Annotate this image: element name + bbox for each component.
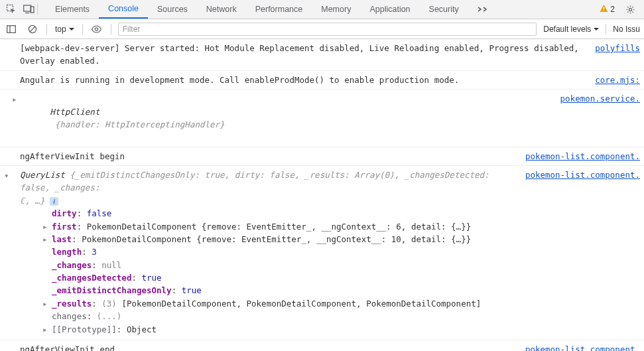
console-toolbar: top Default levels No Issu (0, 19, 644, 39)
issues-label[interactable]: No Issu (613, 25, 640, 34)
inspect-element-icon[interactable] (3, 0, 20, 19)
divider (82, 24, 83, 35)
tab-elements[interactable]: Elements (46, 0, 99, 19)
chevron-down-icon (69, 27, 74, 32)
context-selector[interactable]: top (54, 25, 76, 34)
toggle-sidebar-icon[interactable] (4, 22, 19, 36)
devtools-tabbar: Elements Console Sources Network Perform… (0, 0, 644, 19)
expand-arrow-icon[interactable]: ▸ (42, 323, 48, 336)
svg-rect-1 (23, 5, 31, 11)
log-message: ngAfterViewInit begin (20, 150, 517, 163)
object-property: dirty: false (52, 207, 640, 220)
divider (37, 4, 38, 15)
object-property: changes: (...) (52, 310, 640, 322)
expand-arrow-icon[interactable]: ▸ (12, 93, 20, 105)
clear-console-icon[interactable] (25, 22, 40, 36)
log-row: ngAfterViewInit begin pokemon-list.compo… (0, 147, 644, 166)
tab-sources[interactable]: Sources (148, 0, 197, 19)
svg-rect-4 (604, 7, 604, 10)
object-property: ▸ [[Prototype]]: Object (52, 323, 640, 336)
warning-count-value: 2 (610, 5, 615, 14)
expand-arrow-icon[interactable]: ▸ (42, 233, 48, 246)
filter-input[interactable] (118, 23, 537, 36)
log-levels-selector[interactable]: Default levels (543, 25, 599, 34)
log-source-link[interactable]: pokemon-list.component. (517, 169, 640, 207)
log-row-expanded: ▾ QueryList {_emitDistinctChangesOnly: t… (0, 166, 644, 340)
tab-performance[interactable]: Performance (246, 0, 312, 19)
tab-overflow[interactable] (468, 0, 497, 19)
object-property: _changesDetected: true (52, 271, 640, 284)
log-row: ▸ HttpClient {handler: HttpInterceptingH… (0, 90, 644, 147)
panel-tabs: Elements Console Sources Network Perform… (46, 0, 497, 19)
expand-arrow-icon[interactable]: ▸ (42, 297, 48, 310)
log-row: [webpack-dev-server] Server started: Hot… (0, 39, 644, 71)
info-badge-icon[interactable]: i (50, 197, 58, 206)
object-properties: dirty: false ▸ first: PokemonDetailCompo… (20, 207, 640, 336)
svg-line-10 (30, 27, 35, 32)
svg-rect-5 (604, 10, 604, 11)
levels-label: Default levels (543, 25, 591, 34)
settings-icon[interactable] (621, 0, 639, 19)
log-message: QueryList {_emitDistinctChangesOnly: tru… (20, 169, 517, 207)
object-property: ▸ _results: (3) [PokemonDetailComponent,… (52, 297, 640, 310)
object-property: length: 3 (52, 246, 640, 258)
tab-application[interactable]: Application (360, 0, 419, 19)
device-toolbar-icon[interactable] (20, 0, 37, 19)
log-message: ngAfterViewInit end (20, 343, 517, 351)
tab-console[interactable]: Console (99, 0, 148, 19)
log-message: [webpack-dev-server] Server started: Hot… (20, 42, 587, 68)
log-source-link[interactable]: pokemon-list.component. (517, 343, 640, 351)
log-message: HttpClient {handler: HttpInterceptingHan… (20, 92, 552, 144)
expand-arrow-icon[interactable]: ▸ (42, 220, 48, 233)
divider (606, 24, 606, 35)
warning-count[interactable]: 2 (600, 4, 615, 15)
divider (46, 24, 47, 35)
tab-network[interactable]: Network (197, 0, 246, 19)
tab-memory[interactable]: Memory (312, 0, 360, 19)
divider (111, 24, 111, 35)
object-property: _emitDistinctChangesOnly: true (52, 284, 640, 297)
svg-point-11 (95, 27, 97, 30)
object-property: _changes: null (52, 259, 640, 271)
collapse-arrow-icon[interactable]: ▾ (4, 169, 12, 182)
log-source-link[interactable]: polyfills (587, 42, 640, 68)
tabbar-right: 2 (600, 0, 641, 19)
object-property: ▸ last: PokemonDetailComponent {remove: … (52, 233, 640, 246)
log-source-link[interactable]: core.mjs: (587, 74, 640, 86)
warning-icon (600, 4, 608, 15)
tab-security[interactable]: Security (420, 0, 468, 19)
log-source-link[interactable]: pokemon-list.component. (517, 150, 640, 163)
svg-rect-7 (7, 25, 16, 33)
live-expression-icon[interactable] (90, 22, 104, 36)
object-class: HttpClient (50, 107, 99, 117)
context-label: top (55, 25, 66, 34)
chevron-down-icon (594, 27, 599, 32)
log-row: ngAfterViewInit end pokemon-list.compone… (0, 340, 644, 351)
object-class: QueryList (20, 170, 65, 180)
log-message: Angular is running in development mode. … (20, 74, 587, 86)
log-row: Angular is running in development mode. … (0, 71, 644, 90)
svg-point-6 (629, 8, 631, 11)
console-output: [webpack-dev-server] Server started: Hot… (0, 39, 644, 351)
log-source-link[interactable]: pokemon.service. (552, 92, 640, 144)
object-property: ▸ first: PokemonDetailComponent {remove:… (52, 220, 640, 233)
